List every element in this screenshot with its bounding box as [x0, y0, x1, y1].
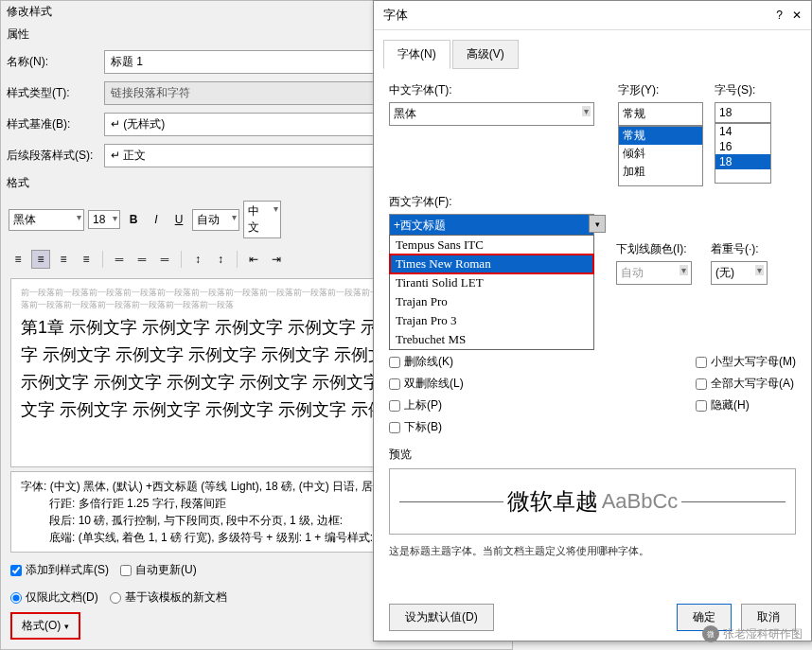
indent-inc-button[interactable]: ⇥: [267, 250, 286, 269]
all-caps-checkbox[interactable]: 全部大写字母(A): [696, 376, 796, 392]
add-to-library-checkbox[interactable]: 添加到样式库(S): [10, 562, 109, 578]
font-dialog-titlebar: 字体 ? ✕: [374, 1, 811, 30]
list-item[interactable]: Trebuchet MS: [390, 330, 593, 349]
close-icon[interactable]: ✕: [792, 9, 802, 22]
italic-button[interactable]: I: [147, 210, 166, 229]
underline-button[interactable]: U: [169, 210, 188, 229]
align-right-button[interactable]: ≡: [54, 250, 73, 269]
only-this-doc-radio[interactable]: 仅限此文档(D): [10, 589, 98, 606]
preview-text-cn: 微软卓越: [507, 486, 598, 517]
bold-button[interactable]: B: [124, 210, 143, 229]
size-label: 字号(S):: [715, 82, 771, 98]
toolbar-divider: [102, 251, 103, 268]
size-input[interactable]: 18: [715, 102, 771, 123]
list-item[interactable]: Trajan Pro 3: [390, 311, 593, 330]
auto-update-checkbox[interactable]: 自动更新(U): [120, 562, 197, 578]
underline-color-select[interactable]: 自动: [616, 261, 692, 285]
list-item[interactable]: Tiranti Solid LET: [390, 273, 593, 292]
preview-line: [681, 501, 786, 502]
cn-font-select[interactable]: 黑体: [389, 102, 594, 126]
list-item[interactable]: 常规: [619, 127, 702, 145]
cn-font-label: 中文字体(T):: [389, 82, 607, 98]
strikethrough-checkbox[interactable]: 删除线(K): [389, 354, 464, 370]
preview-text-en: AaBbCc: [602, 489, 679, 514]
en-font-combo[interactable]: +西文标题 ▾ Tempus Sans ITC Times New Roman …: [389, 214, 607, 237]
list-item[interactable]: Tempus Sans ITC: [390, 236, 593, 255]
template-based-radio[interactable]: 基于该模板的新文档: [110, 589, 227, 606]
accent-label: 着重号(·):: [711, 241, 768, 257]
accent-select[interactable]: (无): [711, 261, 768, 285]
en-font-label: 西文字体(F):: [389, 194, 607, 210]
en-font-dropdown-list: Tempus Sans ITC Times New Roman Tiranti …: [389, 235, 594, 350]
set-default-button[interactable]: 设为默认值(D): [389, 604, 494, 631]
para-space-dec-button[interactable]: ↕: [211, 250, 230, 269]
double-strike-checkbox[interactable]: 双删除线(L): [389, 376, 464, 392]
auto-color-dropdown[interactable]: 自动: [192, 209, 239, 231]
name-label: 名称(N):: [7, 54, 97, 70]
font-name-dropdown[interactable]: 黑体: [9, 209, 84, 231]
font-dialog: 字体 ? ✕ 字体(N) 高级(V) 中文字体(T): 黑体 字形(Y): 常规…: [373, 0, 812, 641]
list-item[interactable]: 18: [715, 154, 770, 169]
hidden-checkbox[interactable]: 隐藏(H): [696, 397, 796, 413]
list-item[interactable]: 16: [715, 139, 770, 154]
style-input[interactable]: 常规: [618, 102, 703, 126]
list-item[interactable]: Trajan Pro: [390, 292, 593, 311]
font-description: 这是标题主题字体。当前文档主题定义将使用哪种字体。: [389, 544, 796, 558]
base-label: 样式基准(B):: [7, 116, 97, 132]
superscript-checkbox[interactable]: 上标(P): [389, 397, 464, 413]
toolbar-divider: [237, 251, 238, 268]
follow-label: 后续段落样式(S):: [7, 148, 97, 164]
type-label: 样式类型(T):: [7, 85, 97, 101]
list-item[interactable]: 倾斜: [619, 145, 702, 163]
small-caps-checkbox[interactable]: 小型大写字母(M): [696, 354, 796, 370]
wechat-icon: 微: [702, 625, 719, 642]
align-center-button[interactable]: ≡: [31, 250, 50, 269]
indent-dec-button[interactable]: ⇤: [244, 250, 263, 269]
watermark: 微 张老湿科研作图: [702, 625, 803, 642]
tab-font[interactable]: 字体(N): [383, 40, 450, 69]
help-icon[interactable]: ?: [776, 9, 783, 22]
style-label: 字形(Y):: [618, 82, 703, 98]
style-listbox[interactable]: 常规 倾斜 加粗: [618, 126, 703, 186]
line-spacing-3-button[interactable]: ═: [155, 250, 174, 269]
font-dialog-title: 字体: [383, 7, 408, 24]
line-spacing-1-button[interactable]: ═: [110, 250, 129, 269]
tab-advanced[interactable]: 高级(V): [452, 40, 519, 69]
lang-dropdown[interactable]: 中文: [243, 201, 281, 238]
list-item[interactable]: Times New Roman: [390, 255, 593, 273]
underline-color-label: 下划线颜色(I):: [616, 241, 692, 257]
chevron-down-icon[interactable]: ▾: [589, 215, 606, 233]
format-button[interactable]: 格式(O): [10, 612, 80, 640]
para-space-inc-button[interactable]: ↕: [188, 250, 207, 269]
align-justify-button[interactable]: ≡: [77, 250, 96, 269]
size-listbox[interactable]: 14 16 18: [715, 123, 771, 184]
subscript-checkbox[interactable]: 下标(B): [389, 419, 464, 435]
watermark-text: 张老湿科研作图: [723, 626, 803, 642]
toolbar-divider: [181, 251, 182, 268]
line-spacing-2-button[interactable]: ═: [132, 250, 151, 269]
list-item[interactable]: 加粗: [619, 163, 702, 181]
list-item[interactable]: 14: [715, 124, 770, 139]
preview-line: [399, 501, 503, 502]
align-left-button[interactable]: ≡: [9, 250, 27, 269]
font-size-dropdown[interactable]: 18: [88, 210, 120, 229]
font-preview: 微软卓越 AaBbCc: [389, 468, 796, 535]
preview-label: 预览: [389, 447, 796, 463]
